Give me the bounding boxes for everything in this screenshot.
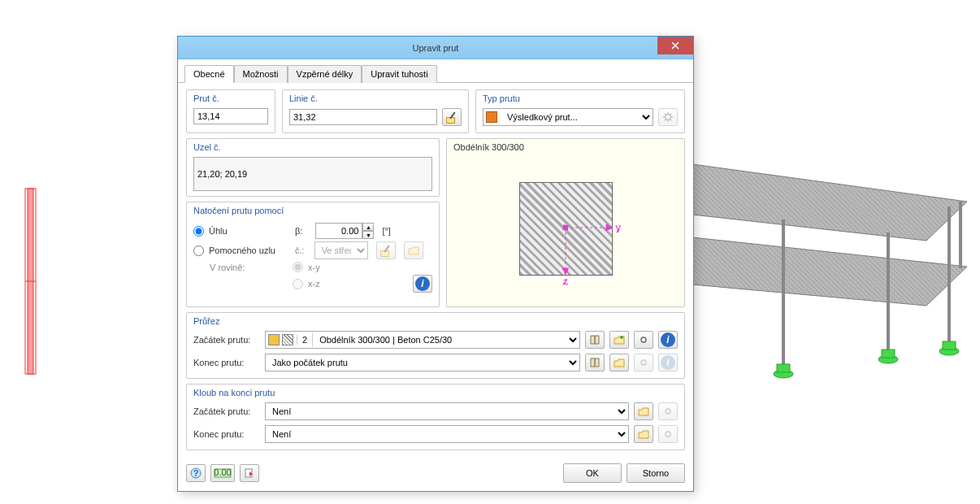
end-cs-select[interactable]: Jako počátek prutu	[265, 354, 580, 371]
svg-marker-29	[562, 268, 569, 275]
rotation-info-button[interactable]: i	[413, 275, 432, 293]
plane-xz-label: x-z	[308, 279, 320, 289]
help-node-select: Ve střed…	[314, 241, 368, 259]
plane-xy-label: x-y	[308, 263, 320, 272]
cs-library-button-2[interactable]	[585, 354, 605, 371]
svg-line-21	[665, 114, 666, 115]
svg-text:0.00: 0.00	[214, 467, 231, 477]
plane-label: V rovině:	[210, 263, 288, 272]
titlebar[interactable]: Upravit prut	[178, 37, 693, 59]
svg-point-34	[666, 409, 670, 414]
hinge-new-button[interactable]	[634, 402, 653, 420]
member-type-select[interactable]: Výsledkový prut...	[501, 110, 653, 124]
svg-line-22	[670, 119, 671, 120]
spin-up-icon[interactable]: ▲	[362, 223, 374, 231]
help-button[interactable]: ?	[186, 464, 206, 482]
rotation-node-radio[interactable]	[193, 245, 204, 256]
folder-new-icon	[638, 428, 649, 440]
cancel-button[interactable]: Storno	[627, 463, 685, 483]
node-no-label: Uzel č.	[193, 142, 221, 152]
dialog-footer: ? 0.00 OK Storno	[178, 457, 693, 491]
folder-new-icon	[638, 406, 649, 417]
close-icon	[671, 41, 679, 50]
member-type-label: Typ prutu	[483, 93, 520, 103]
cross-section-label: Průřez	[193, 316, 219, 326]
plane-xy-radio	[293, 262, 303, 272]
svg-point-33	[641, 360, 646, 365]
export-button[interactable]	[240, 464, 259, 482]
tab-options[interactable]: Možnosti	[234, 65, 288, 83]
gear-icon	[638, 357, 649, 368]
info-icon: i	[415, 276, 430, 291]
cs-new-button-2[interactable]	[609, 354, 629, 371]
book-icon	[589, 357, 601, 368]
tab-buckling[interactable]: Vzpěrné délky	[288, 65, 362, 83]
gear-icon	[662, 111, 674, 123]
node-field-label: č.:	[295, 245, 305, 255]
beta-spinner[interactable]: ▲▼	[315, 223, 374, 239]
plane-xz-radio	[293, 279, 303, 289]
close-button[interactable]	[657, 37, 693, 54]
new-node-button	[404, 241, 423, 259]
ok-button[interactable]: OK	[563, 463, 622, 483]
units-icon: 0.00	[214, 467, 232, 479]
hinge-label: Kloub na konci prutu	[193, 388, 275, 398]
svg-text:y: y	[616, 223, 621, 232]
svg-point-35	[666, 432, 670, 437]
gear-icon	[638, 334, 649, 345]
rotation-node-label: Pomocného uzlu	[209, 245, 290, 255]
info-icon: i	[661, 355, 675, 370]
member-type-settings-button	[658, 108, 678, 126]
pick-line-button[interactable]	[442, 108, 462, 126]
hinge-end-select[interactable]: Není	[265, 425, 629, 443]
hinge-end-label: Konec prutu:	[193, 429, 260, 439]
svg-marker-4	[692, 164, 967, 241]
svg-text:z: z	[563, 276, 568, 286]
member-no-label: Prut č.	[193, 93, 219, 103]
folder-icon	[408, 245, 419, 256]
tab-general[interactable]: Obecné	[184, 65, 234, 83]
tab-general-pane: Prut č. Linie č. Typ prutu Výsledkový pr…	[178, 83, 693, 457]
spin-down-icon[interactable]: ▼	[362, 231, 374, 239]
svg-marker-26	[606, 224, 613, 231]
cs-info-button-2: i	[658, 354, 678, 371]
svg-point-32	[641, 337, 646, 342]
start-cs-select[interactable]: Obdélník 300/300 | Beton C25/30	[312, 332, 579, 347]
cs-library-button[interactable]	[585, 331, 605, 349]
cs-edit-button-2	[634, 354, 653, 371]
folder-new-icon	[614, 357, 625, 368]
gear-icon	[662, 406, 674, 417]
beta-unit: [°]	[382, 226, 391, 236]
line-no-input[interactable]	[289, 109, 437, 125]
svg-rect-13	[882, 350, 895, 358]
hinge-edit-button-2	[658, 425, 678, 443]
selected-member	[25, 189, 36, 374]
svg-rect-31	[563, 225, 568, 230]
svg-point-16	[666, 115, 670, 119]
line-no-label: Linie č.	[289, 93, 318, 103]
cs-info-button[interactable]: i	[658, 331, 678, 349]
pick-icon	[379, 244, 392, 257]
svg-text:?: ?	[193, 468, 199, 478]
svg-line-23	[670, 114, 671, 115]
pick-icon	[445, 111, 458, 124]
book-icon	[589, 334, 601, 345]
tab-stiffness[interactable]: Upravit tuhosti	[362, 65, 436, 83]
pick-node-button	[376, 241, 396, 259]
node-no-input	[193, 157, 432, 191]
edit-member-dialog: Upravit prut Obecné Možnosti Vzpěrné dél…	[177, 36, 694, 492]
folder-new-icon	[614, 334, 625, 345]
rotation-angle-radio[interactable]	[193, 226, 204, 237]
rotation-angle-label: Úhlu	[209, 226, 290, 236]
cs-edit-button[interactable]	[634, 331, 653, 349]
units-button[interactable]: 0.00	[210, 464, 235, 482]
member-no-input[interactable]	[193, 108, 268, 124]
start-cs-label: Začátek prutu:	[193, 335, 260, 345]
export-icon	[244, 467, 255, 479]
cs-new-button[interactable]	[609, 331, 629, 349]
hinge-start-select[interactable]: Není	[265, 402, 629, 420]
hinge-new-button-2[interactable]	[634, 425, 653, 443]
beta-input[interactable]	[315, 223, 362, 239]
preview-label: Obdélník 300/300	[453, 142, 524, 152]
info-icon: i	[661, 332, 675, 347]
